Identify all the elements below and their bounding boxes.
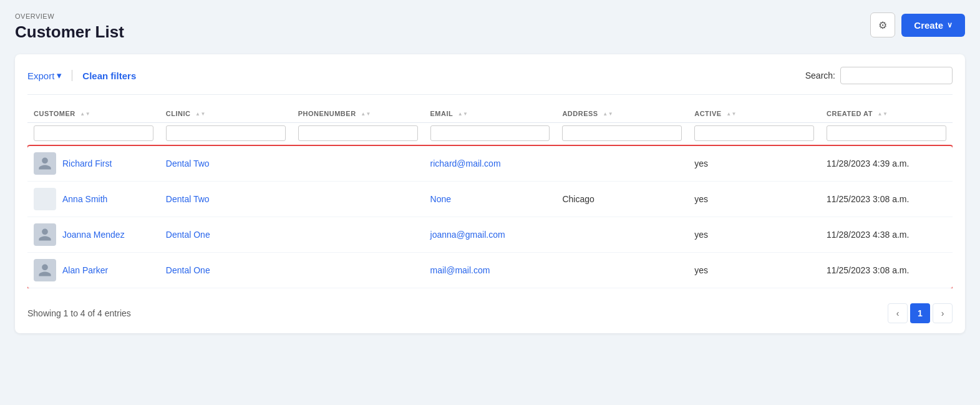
table-row: Richard FirstDental Tworichard@mail.comy… — [27, 146, 953, 182]
clinic-cell: Dental One — [160, 217, 292, 253]
page-1-button[interactable]: 1 — [910, 303, 930, 323]
sort-icon-customer[interactable]: ▲▼ — [80, 112, 90, 117]
filter-clinic — [160, 123, 292, 147]
customer-name[interactable]: Alan Parker — [62, 265, 108, 275]
created-at-cell: 11/25/2023 3:08 a.m. — [820, 253, 953, 288]
table-header: CUSTOMER ▲▼ CLINIC ▲▼ PHONENUMBER ▲▼ E — [27, 105, 953, 146]
prev-page-button[interactable]: ‹ — [888, 303, 908, 323]
filter-address — [556, 123, 688, 147]
col-address: ADDRESS ▲▼ — [556, 105, 688, 123]
email-value[interactable]: None — [430, 194, 451, 204]
gear-icon: ⚙ — [878, 19, 887, 31]
filter-address-input[interactable] — [562, 125, 682, 141]
phonenumber-cell — [292, 182, 424, 217]
filter-clinic-input[interactable] — [166, 125, 286, 141]
clean-filters-label: Clean filters — [82, 71, 136, 81]
active-cell: yes — [688, 146, 820, 182]
next-page-button[interactable]: › — [933, 303, 953, 323]
col-clinic-label: CLINIC — [166, 110, 191, 117]
customer-name[interactable]: Richard First — [62, 159, 112, 168]
created-at-cell: 11/25/2023 3:08 a.m. — [820, 182, 953, 217]
email-cell: richard@mail.com — [424, 146, 556, 182]
table-row: Anna SmithDental TwoNoneChicagoyes11/25/… — [27, 182, 953, 217]
clinic-name[interactable]: Dental Two — [166, 194, 210, 204]
clinic-name[interactable]: Dental One — [166, 230, 210, 240]
filter-email — [424, 123, 556, 147]
filter-created-at — [820, 123, 953, 147]
sort-icon-created-at[interactable]: ▲▼ — [877, 112, 888, 117]
table-wrapper: CUSTOMER ▲▼ CLINIC ▲▼ PHONENUMBER ▲▼ E — [27, 105, 953, 288]
prev-icon: ‹ — [896, 308, 900, 318]
col-address-label: ADDRESS — [562, 110, 598, 117]
table-body: Richard FirstDental Tworichard@mail.comy… — [27, 146, 953, 288]
col-active-label: ACTIVE — [694, 110, 721, 117]
col-clinic: CLINIC ▲▼ — [160, 105, 292, 123]
email-cell: mail@mail.com — [424, 253, 556, 288]
phonenumber-cell — [292, 146, 424, 182]
export-button[interactable]: Export ▾ — [27, 70, 72, 81]
toolbar-left: Export ▾ Clean filters — [27, 70, 136, 81]
customer-name[interactable]: Joanna Mendez — [62, 230, 125, 240]
phonenumber-cell — [292, 217, 424, 253]
email-value[interactable]: richard@mail.com — [430, 159, 501, 168]
settings-button[interactable]: ⚙ — [870, 12, 895, 37]
created-at-cell: 11/28/2023 4:39 a.m. — [820, 146, 953, 182]
toolbar-right: Search: — [805, 67, 953, 84]
col-email: EMAIL ▲▼ — [424, 105, 556, 123]
clean-filters-button[interactable]: Clean filters — [72, 71, 136, 81]
customer-name[interactable]: Anna Smith — [62, 194, 107, 204]
email-value[interactable]: mail@mail.com — [430, 265, 490, 275]
pagination-bar: Showing 1 to 4 of 4 entries ‹ 1 › — [27, 298, 953, 323]
filter-active-input[interactable] — [694, 125, 814, 141]
email-cell: None — [424, 182, 556, 217]
sort-icon-address[interactable]: ▲▼ — [603, 112, 613, 117]
customer-cell-3: Joanna Mendez — [27, 217, 160, 253]
sort-icon-clinic[interactable]: ▲▼ — [195, 112, 206, 117]
filter-active — [688, 123, 820, 147]
clinic-name[interactable]: Dental Two — [166, 159, 210, 168]
active-cell: yes — [688, 253, 820, 288]
customer-cell-1: Richard First — [27, 146, 160, 182]
filter-row — [27, 123, 953, 147]
filter-created-at-input[interactable] — [827, 125, 946, 141]
email-value[interactable]: joanna@gmail.com — [430, 230, 505, 240]
header-row: CUSTOMER ▲▼ CLINIC ▲▼ PHONENUMBER ▲▼ E — [27, 105, 953, 123]
address-cell — [556, 217, 688, 253]
clinic-cell: Dental Two — [160, 146, 292, 182]
search-label: Search: — [805, 71, 835, 81]
customer-cell-2: Anna Smith — [27, 182, 160, 217]
filter-phonenumber-input[interactable] — [298, 125, 418, 141]
email-cell: joanna@gmail.com — [424, 217, 556, 253]
clinic-name[interactable]: Dental One — [166, 265, 210, 275]
clinic-cell: Dental Two — [160, 182, 292, 217]
create-label: Create — [914, 20, 943, 31]
col-created-at-label: CREATED AT — [827, 110, 873, 117]
col-phonenumber: PHONENUMBER ▲▼ — [292, 105, 424, 123]
col-active: ACTIVE ▲▼ — [688, 105, 820, 123]
avatar — [34, 259, 56, 281]
active-cell: yes — [688, 217, 820, 253]
filter-email-input[interactable] — [430, 125, 550, 141]
avatar — [34, 223, 56, 246]
title-group: OVERVIEW Customer List — [15, 12, 124, 42]
sort-icon-email[interactable]: ▲▼ — [458, 112, 468, 117]
page-title: Customer List — [15, 22, 124, 42]
page-1-label: 1 — [918, 308, 923, 318]
create-button[interactable]: Create ∨ — [901, 14, 965, 37]
avatar — [34, 152, 56, 175]
breadcrumb: OVERVIEW — [15, 12, 124, 20]
address-cell — [556, 253, 688, 288]
toolbar: Export ▾ Clean filters Search: — [27, 67, 953, 95]
filter-customer-input[interactable] — [34, 125, 153, 141]
address-cell — [556, 146, 688, 182]
sort-icon-active[interactable]: ▲▼ — [726, 112, 737, 117]
chevron-down-icon: ∨ — [947, 21, 953, 29]
search-input[interactable] — [840, 67, 953, 84]
active-cell: yes — [688, 182, 820, 217]
avatar — [34, 188, 56, 210]
customer-cell-4: Alan Parker — [27, 253, 160, 288]
col-customer-label: CUSTOMER — [34, 110, 75, 117]
col-phonenumber-label: PHONENUMBER — [298, 110, 356, 117]
filter-customer — [27, 123, 160, 147]
sort-icon-phonenumber[interactable]: ▲▼ — [361, 112, 371, 117]
